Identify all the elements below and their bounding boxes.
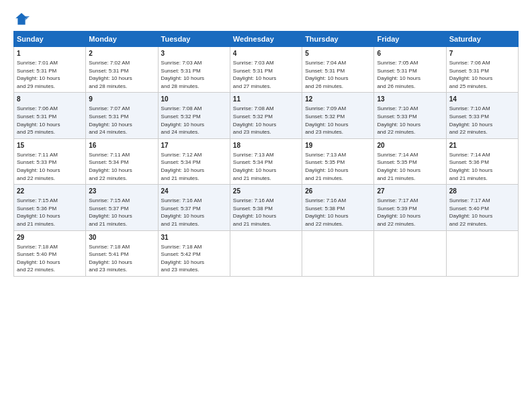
cell-info-line: Sunrise: 7:08 AM: [233, 105, 299, 113]
cell-info-line: Sunset: 5:34 PM: [233, 158, 299, 167]
cell-info-line: Sunrise: 7:06 AM: [449, 59, 515, 67]
cell-info-line: Sunset: 5:31 PM: [161, 67, 227, 75]
cell-info-line: Daylight: 10 hours: [89, 121, 154, 129]
day-number: 26: [305, 187, 371, 196]
calendar-cell: 8Sunrise: 7:06 AMSunset: 5:31 PMDaylight…: [14, 93, 86, 138]
calendar-cell: 19Sunrise: 7:13 AMSunset: 5:35 PMDayligh…: [302, 138, 374, 184]
cell-info-line: and 28 minutes.: [161, 83, 227, 91]
cell-info-line: Sunset: 5:36 PM: [449, 158, 515, 167]
cell-info-line: Sunrise: 7:16 AM: [233, 197, 299, 205]
cell-info-line: Sunset: 5:41 PM: [89, 250, 154, 259]
cell-info-line: Sunset: 5:33 PM: [449, 113, 515, 121]
calendar-table: SundayMondayTuesdayWednesdayThursdayFrid…: [13, 31, 519, 277]
week-row-5: 29Sunrise: 7:18 AMSunset: 5:40 PMDayligh…: [14, 230, 519, 276]
header-cell-friday: Friday: [374, 32, 446, 47]
day-number: 24: [161, 187, 227, 196]
cell-info-line: Daylight: 10 hours: [377, 75, 443, 83]
cell-info-line: and 23 minutes.: [233, 128, 299, 136]
cell-info-line: Daylight: 10 hours: [161, 75, 227, 83]
day-number: 19: [305, 141, 371, 150]
cell-info-line: Daylight: 10 hours: [233, 121, 299, 129]
cell-info-line: and 22 minutes.: [89, 175, 154, 183]
day-number: 15: [17, 141, 83, 150]
calendar-cell: 10Sunrise: 7:08 AMSunset: 5:32 PMDayligh…: [158, 93, 230, 138]
calendar-cell: 6Sunrise: 7:05 AMSunset: 5:31 PMDaylight…: [374, 47, 446, 93]
day-number: 9: [89, 95, 154, 104]
logo-area: [13, 11, 32, 27]
cell-info-line: Daylight: 10 hours: [161, 212, 227, 220]
calendar-cell: 18Sunrise: 7:13 AMSunset: 5:34 PMDayligh…: [230, 138, 302, 184]
cell-info-line: and 28 minutes.: [89, 83, 154, 91]
header-cell-tuesday: Tuesday: [158, 32, 230, 47]
cell-info-line: and 21 minutes.: [449, 175, 515, 183]
cell-info-line: Sunset: 5:31 PM: [17, 113, 83, 121]
cell-info-line: Daylight: 10 hours: [89, 212, 154, 220]
day-number: 7: [449, 49, 515, 58]
cell-info-line: Sunrise: 7:01 AM: [17, 59, 83, 67]
calendar-cell: 7Sunrise: 7:06 AMSunset: 5:31 PMDaylight…: [446, 47, 518, 93]
day-number: 22: [17, 187, 83, 196]
calendar-cell: 30Sunrise: 7:18 AMSunset: 5:41 PMDayligh…: [86, 230, 158, 276]
cell-info-line: Sunrise: 7:10 AM: [449, 105, 515, 113]
cell-info-line: Sunset: 5:32 PM: [161, 113, 227, 121]
calendar-cell: 16Sunrise: 7:11 AMSunset: 5:34 PMDayligh…: [86, 138, 158, 184]
week-row-1: 1Sunrise: 7:01 AMSunset: 5:31 PMDaylight…: [14, 47, 519, 93]
cell-info-line: Sunrise: 7:11 AM: [17, 151, 83, 159]
calendar-cell: 1Sunrise: 7:01 AMSunset: 5:31 PMDaylight…: [14, 47, 86, 93]
cell-info-line: and 22 minutes.: [305, 220, 371, 228]
header-cell-wednesday: Wednesday: [230, 32, 302, 47]
day-number: 1: [17, 49, 83, 58]
cell-info-line: and 26 minutes.: [377, 83, 443, 91]
cell-info-line: Daylight: 10 hours: [377, 212, 443, 220]
cell-info-line: Sunrise: 7:09 AM: [305, 105, 371, 113]
cell-info-line: Daylight: 10 hours: [17, 212, 83, 220]
cell-info-line: Sunset: 5:40 PM: [449, 205, 515, 213]
cell-info-line: Sunset: 5:40 PM: [17, 250, 83, 259]
cell-info-line: Daylight: 10 hours: [17, 121, 83, 129]
cell-info-line: Sunset: 5:31 PM: [449, 67, 515, 75]
cell-info-line: Sunrise: 7:18 AM: [89, 243, 154, 251]
header: [13, 11, 519, 27]
cell-info-line: Daylight: 10 hours: [305, 75, 371, 83]
cell-info-line: and 29 minutes.: [17, 83, 83, 91]
day-number: 12: [305, 95, 371, 104]
cell-info-line: Daylight: 10 hours: [161, 259, 227, 267]
day-number: 14: [449, 95, 515, 104]
cell-info-line: Sunset: 5:31 PM: [233, 67, 299, 75]
cell-info-line: and 21 minutes.: [17, 220, 83, 228]
calendar-cell: 20Sunrise: 7:14 AMSunset: 5:35 PMDayligh…: [374, 138, 446, 184]
cell-info-line: and 21 minutes.: [161, 220, 227, 228]
cell-info-line: Daylight: 10 hours: [17, 167, 83, 175]
cell-info-line: Daylight: 10 hours: [449, 121, 515, 129]
cell-info-line: Sunset: 5:31 PM: [305, 67, 371, 75]
cell-info-line: Sunset: 5:37 PM: [89, 205, 154, 213]
day-number: 16: [89, 141, 154, 150]
day-number: 3: [161, 49, 227, 58]
cell-info-line: Sunset: 5:34 PM: [89, 158, 154, 167]
logo-icon: [13, 11, 30, 27]
day-number: 17: [161, 141, 227, 150]
cell-info-line: Daylight: 10 hours: [233, 212, 299, 220]
calendar-cell: 15Sunrise: 7:11 AMSunset: 5:33 PMDayligh…: [14, 138, 86, 184]
cell-info-line: Daylight: 10 hours: [89, 167, 154, 175]
day-number: 4: [233, 49, 299, 58]
page: SundayMondayTuesdayWednesdayThursdayFrid…: [0, 0, 532, 411]
day-number: 30: [89, 233, 154, 242]
cell-info-line: and 22 minutes.: [377, 128, 443, 136]
cell-info-line: and 25 minutes.: [449, 83, 515, 91]
calendar-cell: 12Sunrise: 7:09 AMSunset: 5:32 PMDayligh…: [302, 93, 374, 138]
cell-info-line: Sunset: 5:42 PM: [161, 250, 227, 259]
cell-info-line: Sunset: 5:35 PM: [305, 158, 371, 167]
cell-info-line: Sunrise: 7:15 AM: [89, 197, 154, 205]
calendar-cell: 13Sunrise: 7:10 AMSunset: 5:33 PMDayligh…: [374, 93, 446, 138]
cell-info-line: and 27 minutes.: [233, 83, 299, 91]
cell-info-line: Daylight: 10 hours: [449, 212, 515, 220]
cell-info-line: and 21 minutes.: [233, 220, 299, 228]
cell-info-line: Sunset: 5:38 PM: [305, 205, 371, 213]
calendar-cell: 3Sunrise: 7:03 AMSunset: 5:31 PMDaylight…: [158, 47, 230, 93]
cell-info-line: and 22 minutes.: [17, 175, 83, 183]
header-cell-thursday: Thursday: [302, 32, 374, 47]
cell-info-line: and 22 minutes.: [449, 220, 515, 228]
cell-info-line: and 22 minutes.: [377, 220, 443, 228]
cell-info-line: Sunrise: 7:16 AM: [161, 197, 227, 205]
